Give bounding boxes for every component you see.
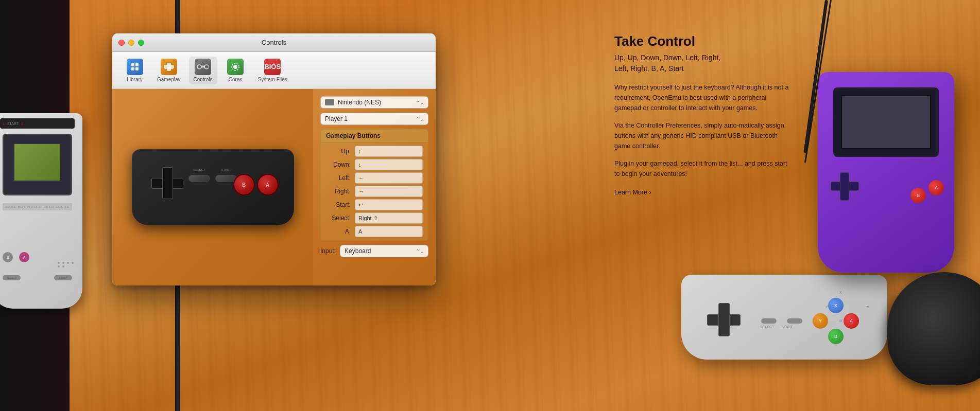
info-title: Take Control: [614, 33, 789, 49]
snes-y-label: Y: [826, 305, 828, 309]
gameplay-label: Gameplay: [157, 77, 181, 82]
console-value: Nintendo (NES): [338, 99, 416, 106]
close-button[interactable]: [118, 40, 125, 46]
library-label: Library: [127, 77, 143, 82]
player-chevron-icon: ⌃⌄: [416, 116, 424, 122]
toolbar-item-system-files[interactable]: BIOS System Files: [254, 57, 291, 84]
up-label: Up:: [326, 148, 351, 155]
toolbar-item-library[interactable]: Library: [121, 57, 149, 84]
snes-dpad: [707, 303, 741, 336]
svg-point-10: [233, 65, 237, 69]
window-title: Controls: [262, 39, 286, 46]
button-row-right: Right: →: [321, 185, 428, 198]
toolbar-item-controls[interactable]: Controls: [189, 57, 217, 84]
minimize-button[interactable]: [128, 40, 134, 46]
player-selector[interactable]: Player 1 ⌃⌄: [320, 113, 428, 125]
left-label: Left:: [326, 174, 351, 182]
svg-point-7: [197, 65, 201, 69]
gameplay-buttons-header: Gameplay Buttons: [320, 129, 428, 142]
button-row-up: Up: ↑: [321, 145, 428, 158]
maximize-button[interactable]: [138, 40, 144, 46]
right-value-field[interactable]: →: [355, 186, 423, 197]
button-row-left: Left: ←: [321, 171, 428, 185]
gameboy-screen: [13, 143, 61, 182]
console-chevron-icon: ⌃⌄: [416, 100, 424, 105]
a-value-field[interactable]: A: [355, 226, 423, 237]
input-selector[interactable]: Keyboard ⌃⌄: [340, 245, 428, 257]
console-icon: [325, 99, 334, 105]
info-panel: Take Control Up, Up, Down, Down, Left, R…: [614, 33, 789, 196]
controls-icon: [195, 59, 211, 75]
system-files-icon: BIOS: [264, 59, 281, 75]
gba-screen-bezel: [833, 87, 939, 157]
snes-select-label: SELECT START: [760, 325, 793, 329]
input-label: Input:: [320, 247, 336, 255]
gameboy-screen-bezel: [3, 134, 72, 195]
gameboy-buttons: B A: [3, 252, 29, 262]
nes-ab-area: B A: [233, 164, 279, 205]
console-selector[interactable]: Nintendo (NES) ⌃⌄: [320, 96, 428, 109]
info-subtitle: Up, Up, Down, Down, Left, Right, Left, R…: [614, 52, 789, 74]
gba-dpad: [831, 172, 859, 201]
info-body-3: Plug in your gamepad, select it from the…: [614, 158, 789, 179]
controls-window: Controls Library Gameplay Controls: [112, 33, 436, 285]
snes-controller: SELECT START X Y A B X A Y B: [681, 275, 887, 360]
nes-dpad: [151, 167, 183, 199]
gameboy-device: 1 START 2 GAME BOY WITH STEREO SOUND B A…: [0, 113, 82, 309]
toolbar-item-cores[interactable]: Cores: [221, 57, 250, 84]
window-content: SELECT START B A: [112, 89, 436, 285]
toolbar-item-gameplay[interactable]: Gameplay: [153, 57, 185, 84]
a-label: A:: [326, 228, 351, 235]
settings-panel: Nintendo (NES) ⌃⌄ Player 1 ⌃⌄ Gameplay B…: [313, 89, 436, 285]
snes-abxy: X Y A B: [813, 298, 859, 344]
up-value-field[interactable]: ↑: [355, 146, 423, 157]
cores-icon: [227, 59, 244, 75]
gameboy-bottom-buttons: SELECT START: [3, 275, 72, 280]
right-label: Right:: [326, 188, 351, 195]
start-value-field[interactable]: ↩: [355, 199, 423, 210]
gameboy-label: GAME BOY WITH STEREO SOUND: [3, 203, 72, 210]
svg-rect-9: [202, 66, 204, 67]
button-row-down: Down: ↓: [321, 158, 428, 171]
nes-b-button: B: [233, 174, 255, 195]
button-row-select: Select: Right ⇧: [321, 211, 428, 225]
library-icon: [127, 59, 143, 75]
window-titlebar: Controls: [112, 33, 436, 52]
start-label: Start:: [326, 201, 351, 208]
learn-more-link[interactable]: Learn More ›: [614, 189, 651, 196]
gba-device: A B: [818, 72, 954, 273]
nes-select-start-area: SELECT START: [188, 175, 237, 182]
svg-rect-5: [164, 65, 174, 69]
gameboy-top-strip: 1 START 2: [0, 118, 75, 129]
snes-b-label: B: [839, 318, 842, 323]
gba-ab-buttons: A B: [903, 175, 944, 206]
button-rows: Up: ↑ Down: ↓ Left: ←: [320, 142, 428, 241]
player-value: Player 1: [325, 115, 416, 122]
info-body-1: Why restrict yourself to just the keyboa…: [614, 82, 789, 113]
left-value-field[interactable]: ←: [355, 172, 423, 184]
info-body-2: Via the Controller Preferences, simply a…: [614, 120, 789, 151]
down-value-field[interactable]: ↓: [355, 159, 423, 170]
controls-label: Controls: [193, 77, 212, 82]
snes-x-label: X: [839, 290, 842, 295]
input-row: Input: Keyboard ⌃⌄: [320, 245, 428, 257]
select-value-field[interactable]: Right ⇧: [355, 212, 423, 224]
button-row-a: A: A: [321, 225, 428, 238]
svg-rect-0: [131, 63, 134, 66]
snes-select-start: [761, 318, 802, 324]
input-chevron-icon: ⌃⌄: [416, 248, 424, 254]
nes-controller: SELECT START B A: [132, 149, 294, 225]
svg-rect-3: [135, 67, 139, 70]
cores-label: Cores: [229, 77, 243, 82]
gameboy-speaker: [58, 262, 75, 267]
controller-preview: SELECT START B A: [112, 89, 313, 285]
svg-rect-1: [135, 63, 139, 66]
svg-rect-2: [131, 67, 134, 70]
nes-select-button: SELECT: [188, 175, 210, 182]
toolbar: Library Gameplay Controls Cores BIOS Sys…: [112, 52, 436, 89]
system-files-label: System Files: [258, 77, 287, 82]
gba-screen: [841, 95, 931, 149]
input-value: Keyboard: [345, 247, 416, 255]
button-row-start: Start: ↩: [321, 198, 428, 211]
snes-a-label: A: [867, 305, 869, 309]
